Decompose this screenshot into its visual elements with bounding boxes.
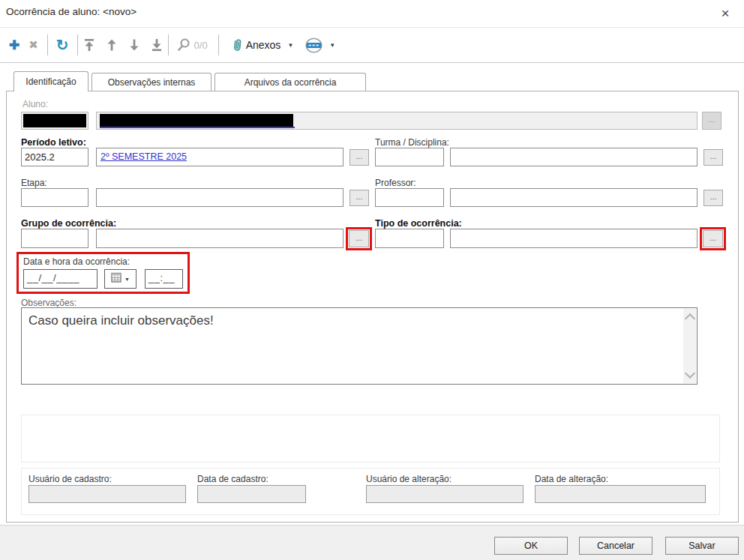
scroll-up-icon[interactable]: [685, 313, 695, 324]
aluno-label: Aluno:: [22, 99, 48, 109]
date-picker-caret-icon: ▼: [124, 277, 130, 282]
move-first-icon: [83, 38, 95, 52]
print-icon[interactable]: [305, 37, 322, 53]
aluno-browse-button: ...: [702, 112, 722, 130]
aluno-link-underline: [100, 127, 295, 128]
turma-desc-field[interactable]: [450, 148, 698, 166]
etapa-browse-button[interactable]: ...: [350, 190, 369, 206]
turma-browse-button[interactable]: ...: [704, 149, 723, 166]
data-cadastro-field: [197, 485, 306, 503]
turma-code-field[interactable]: [375, 148, 444, 166]
data-cadastro-label: Data de cadastro:: [197, 474, 268, 484]
toolbar-separator: [47, 34, 48, 55]
grupo-desc-field[interactable]: [96, 229, 344, 248]
ok-button[interactable]: OK: [494, 537, 568, 555]
turma-label: Turma / Disciplina:: [375, 137, 449, 148]
tipo-browse-highlight: ...: [700, 227, 726, 250]
save-button[interactable]: Salvar: [665, 537, 739, 555]
usuario-cadastro-label: Usuário de cadastro:: [28, 474, 112, 484]
tipo-desc-field[interactable]: [450, 229, 698, 248]
move-last-icon: [151, 38, 163, 52]
toolbar-separator: [168, 34, 169, 55]
periodo-desc-link[interactable]: 2º SEMESTRE 2025: [97, 151, 187, 162]
refresh-icon[interactable]: ↻: [56, 36, 69, 54]
calendar-icon: [111, 272, 122, 286]
professor-browse-button[interactable]: ...: [704, 190, 723, 206]
periodo-desc-field[interactable]: 2º SEMESTRE 2025: [96, 148, 344, 166]
print-dropdown-caret-icon[interactable]: ▼: [329, 42, 335, 49]
anexos-dropdown-caret-icon[interactable]: ▼: [287, 42, 293, 49]
delete-icon: ✖: [28, 38, 38, 52]
tab-identificacao[interactable]: Identificação: [14, 71, 88, 91]
toolbar-separator: [77, 34, 78, 55]
toolbar: ✚ ✖ ↻ 0/0 Anexos ▼ ▼: [0, 28, 744, 63]
professor-label: Professor:: [375, 178, 416, 188]
add-icon[interactable]: ✚: [9, 37, 20, 53]
date-picker-button[interactable]: ▼: [104, 269, 136, 289]
periodo-code-field[interactable]: 2025.2: [21, 148, 88, 166]
move-up-icon: [106, 38, 118, 52]
grupo-browse-highlight: ...: [346, 227, 372, 250]
etapa-desc-field[interactable]: [96, 188, 344, 207]
professor-desc-field[interactable]: [450, 188, 698, 207]
close-icon[interactable]: ×: [712, 3, 738, 24]
aluno-name-field: [96, 112, 698, 130]
etapa-label: Etapa:: [21, 178, 47, 188]
anexos-button[interactable]: Anexos: [246, 39, 281, 51]
observacoes-scrollbar[interactable]: [683, 309, 696, 383]
redacted-aluno-code: [23, 114, 86, 127]
data-alteracao-label: Data de alteração:: [535, 474, 608, 484]
tab-observacoes-internas[interactable]: Observações internas: [92, 73, 212, 91]
move-down-icon: [128, 38, 140, 52]
observacoes-textarea[interactable]: Caso queira incluir observações!: [21, 307, 698, 385]
empty-panel: [21, 415, 720, 463]
search-count: 0/0: [194, 40, 208, 51]
grupo-code-field[interactable]: [21, 229, 88, 248]
toolbar-separator: [218, 34, 219, 55]
usuario-alteracao-label: Usuário de alteração:: [366, 474, 452, 484]
grupo-browse-button[interactable]: ...: [349, 230, 369, 247]
data-alteracao-field: [535, 485, 706, 503]
tab-arquivos-ocorrencia[interactable]: Arquivos da ocorrência: [214, 73, 366, 91]
usuario-cadastro-field: [28, 485, 186, 503]
tipo-ocorrencia-label: Tipo de ocorrência:: [375, 218, 462, 229]
redacted-aluno-name: [100, 114, 293, 127]
professor-code-field[interactable]: [375, 188, 444, 207]
periodo-browse-button[interactable]: ...: [350, 149, 369, 166]
tipo-code-field[interactable]: [375, 229, 444, 248]
tab-strip: Identificação Observações internas Arqui…: [14, 71, 369, 91]
dialog-title: Ocorrência de aluno: <novo>: [6, 6, 136, 17]
scroll-down-icon[interactable]: [685, 368, 695, 379]
data-hora-label: Data e hora da ocorrência:: [23, 256, 130, 267]
search-icon: [176, 37, 191, 52]
etapa-code-field[interactable]: [21, 188, 88, 207]
time-input[interactable]: __:__: [145, 269, 183, 289]
date-input[interactable]: __/__/____: [23, 269, 98, 289]
aluno-code-field: [21, 112, 88, 130]
cancel-button[interactable]: Cancelar: [579, 537, 652, 555]
paperclip-icon[interactable]: [231, 38, 242, 52]
dialog-ocorrencia-aluno: Ocorrência de aluno: <novo> × ✚ ✖ ↻ 0/0 …: [0, 0, 744, 560]
periodo-letivo-label: Período letivo:: [21, 137, 86, 148]
observacoes-text: Caso queira incluir observações!: [22, 308, 697, 334]
grupo-ocorrencia-label: Grupo de ocorrência:: [21, 218, 116, 229]
observacoes-label: Observações:: [21, 298, 76, 308]
usuario-alteracao-field: [366, 485, 524, 503]
tipo-browse-button[interactable]: ...: [703, 230, 723, 247]
